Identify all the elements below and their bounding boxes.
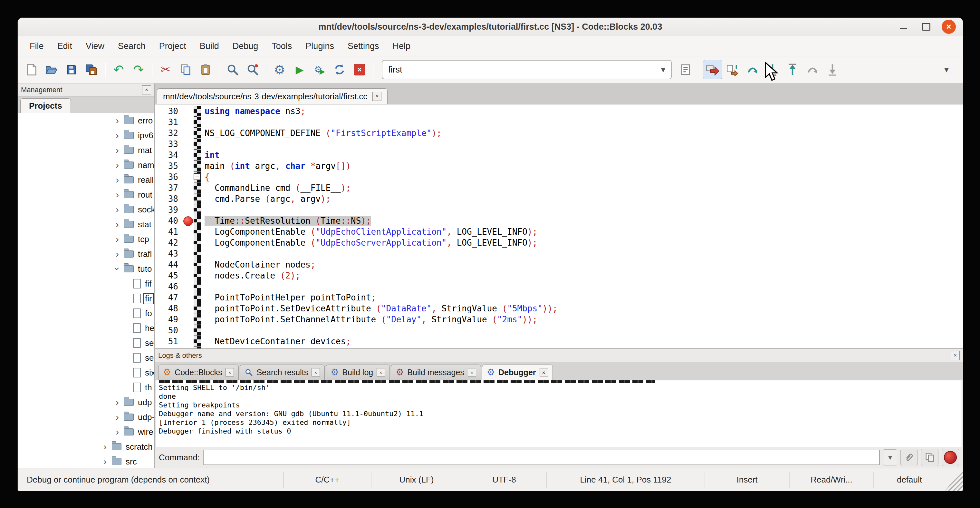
new-file-button[interactable] bbox=[22, 60, 41, 79]
project-tree[interactable]: ›erro›ipv6›mat›nam›reall›rout›sock›stat›… bbox=[18, 113, 154, 468]
breakpoint-margin[interactable] bbox=[183, 237, 194, 248]
debug-continue-button[interactable] bbox=[703, 60, 722, 79]
resize-grip[interactable] bbox=[945, 468, 963, 491]
menu-edit[interactable]: Edit bbox=[51, 36, 79, 56]
build-button[interactable]: ⚙ bbox=[270, 60, 289, 79]
breakpoint-margin[interactable] bbox=[183, 193, 194, 204]
breakpoint-margin[interactable] bbox=[183, 314, 194, 325]
breakpoint-margin[interactable] bbox=[183, 248, 194, 259]
cut-button[interactable]: ✂ bbox=[156, 60, 175, 79]
copy-log-button[interactable] bbox=[921, 449, 939, 466]
debugger-output[interactable]: Setting SHELL to '/bin/sh'doneSetting br… bbox=[156, 380, 962, 447]
chevron-right-icon[interactable]: › bbox=[113, 159, 121, 170]
menu-file[interactable]: File bbox=[23, 36, 51, 56]
logs-tab-debugger[interactable]: ⚙Debugger× bbox=[482, 365, 553, 380]
chevron-right-icon[interactable]: › bbox=[113, 412, 121, 423]
abort-button[interactable]: × bbox=[350, 60, 369, 79]
tree-item-he[interactable]: he bbox=[18, 321, 154, 336]
tree-item-stat[interactable]: ›stat bbox=[18, 217, 154, 232]
chevron-right-icon[interactable]: › bbox=[113, 130, 121, 141]
breakpoint-icon[interactable] bbox=[183, 216, 193, 226]
step-into-instruction-button[interactable] bbox=[823, 60, 842, 79]
step-out-button[interactable] bbox=[783, 60, 802, 79]
tree-item-erro[interactable]: ›erro bbox=[18, 113, 154, 128]
minimize-button[interactable] bbox=[897, 20, 911, 34]
tree-item-src[interactable]: ›src bbox=[18, 454, 154, 468]
tree-item-six[interactable]: six bbox=[18, 365, 154, 380]
command-history-button[interactable]: ▾ bbox=[883, 449, 897, 465]
toolbar-options-button[interactable]: ▾ bbox=[937, 60, 956, 79]
fold-collapse-icon[interactable]: – bbox=[194, 173, 201, 180]
breakpoint-margin[interactable] bbox=[183, 325, 194, 336]
open-files-list-button[interactable] bbox=[676, 60, 695, 79]
breakpoint-margin[interactable] bbox=[183, 106, 194, 117]
breakpoint-margin[interactable] bbox=[183, 127, 194, 139]
menu-plugins[interactable]: Plugins bbox=[299, 36, 341, 56]
maximize-button[interactable] bbox=[919, 20, 933, 34]
breakpoint-margin[interactable] bbox=[183, 117, 194, 127]
stop-debugger-button[interactable] bbox=[942, 449, 959, 466]
close-tab-button[interactable]: × bbox=[312, 368, 320, 376]
breakpoint-margin[interactable] bbox=[183, 347, 194, 349]
tree-item-rout[interactable]: ›rout bbox=[18, 187, 154, 202]
tree-item-ipv6[interactable]: ›ipv6 bbox=[18, 128, 154, 143]
search-combo[interactable]: first▾ bbox=[382, 60, 672, 79]
tree-item-tcp[interactable]: ›tcp bbox=[18, 232, 154, 247]
breakpoint-margin[interactable] bbox=[183, 281, 194, 292]
open-file-button[interactable] bbox=[42, 60, 61, 79]
close-management-button[interactable]: × bbox=[142, 85, 151, 94]
breakpoint-margin[interactable] bbox=[183, 150, 194, 161]
chevron-right-icon[interactable]: › bbox=[113, 427, 121, 437]
tab-projects[interactable]: Projects bbox=[20, 98, 71, 113]
chevron-right-icon[interactable]: › bbox=[113, 145, 121, 156]
tree-item-tuto[interactable]: ›tuto bbox=[18, 261, 154, 276]
close-tab-button[interactable]: × bbox=[468, 368, 476, 376]
next-instruction-button[interactable] bbox=[803, 60, 822, 79]
copy-button[interactable] bbox=[176, 60, 195, 79]
build-and-run-button[interactable]: ⚙▶ bbox=[310, 60, 329, 79]
run-button[interactable]: ▶ bbox=[290, 60, 309, 79]
close-tab-button[interactable]: × bbox=[226, 368, 234, 376]
menu-build[interactable]: Build bbox=[193, 36, 226, 56]
breakpoint-margin[interactable] bbox=[183, 270, 194, 281]
chevron-right-icon[interactable]: › bbox=[113, 115, 121, 126]
logs-tab-build-log[interactable]: ⚙Build log× bbox=[326, 365, 390, 380]
tree-item-fo[interactable]: fo bbox=[18, 306, 154, 321]
menu-view[interactable]: View bbox=[79, 36, 111, 56]
chevron-right-icon[interactable]: › bbox=[113, 248, 121, 260]
breakpoint-margin[interactable] bbox=[183, 292, 194, 303]
logs-tab-code-blocks[interactable]: ⚙Code::Blocks× bbox=[158, 365, 239, 380]
tree-item-reall[interactable]: ›reall bbox=[18, 172, 154, 187]
command-input[interactable] bbox=[203, 450, 880, 465]
rebuild-button[interactable] bbox=[330, 60, 349, 79]
menu-help[interactable]: Help bbox=[386, 36, 417, 56]
tree-item-mat[interactable]: ›mat bbox=[18, 143, 154, 158]
find-in-files-button[interactable] bbox=[243, 60, 262, 79]
paste-button[interactable] bbox=[196, 60, 215, 79]
breakpoint-margin[interactable] bbox=[183, 161, 194, 172]
titlebar[interactable]: mnt/dev/tools/source/ns-3-dev/examples/t… bbox=[18, 18, 963, 36]
attach-button[interactable] bbox=[900, 449, 918, 466]
chevron-right-icon[interactable]: › bbox=[113, 189, 121, 200]
tree-item-se[interactable]: se bbox=[18, 336, 154, 350]
menu-search[interactable]: Search bbox=[111, 36, 153, 56]
chevron-right-icon[interactable]: › bbox=[113, 219, 121, 230]
breakpoint-margin[interactable] bbox=[183, 226, 194, 237]
chevron-right-icon[interactable]: › bbox=[113, 234, 121, 245]
save-all-button[interactable] bbox=[82, 60, 101, 79]
tree-item-trafl[interactable]: ›trafl bbox=[18, 247, 154, 261]
chevron-right-icon[interactable]: › bbox=[113, 397, 121, 408]
close-window-button[interactable]: × bbox=[942, 20, 956, 34]
chevron-right-icon[interactable]: › bbox=[113, 174, 121, 185]
next-line-button[interactable] bbox=[743, 60, 762, 79]
tree-item-th[interactable]: th bbox=[18, 380, 154, 395]
undo-button[interactable]: ↶ bbox=[109, 60, 128, 79]
menu-project[interactable]: Project bbox=[153, 36, 193, 56]
close-logs-button[interactable]: × bbox=[951, 351, 960, 360]
menu-settings[interactable]: Settings bbox=[341, 36, 386, 56]
chevron-right-icon[interactable]: › bbox=[101, 456, 109, 467]
tree-item-se[interactable]: se bbox=[18, 350, 154, 365]
editor-tab-first-cc[interactable]: mnt/dev/tools/source/ns-3-dev/examples/t… bbox=[157, 88, 388, 104]
chevron-right-icon[interactable]: › bbox=[101, 441, 109, 452]
breakpoint-margin[interactable] bbox=[183, 139, 194, 150]
